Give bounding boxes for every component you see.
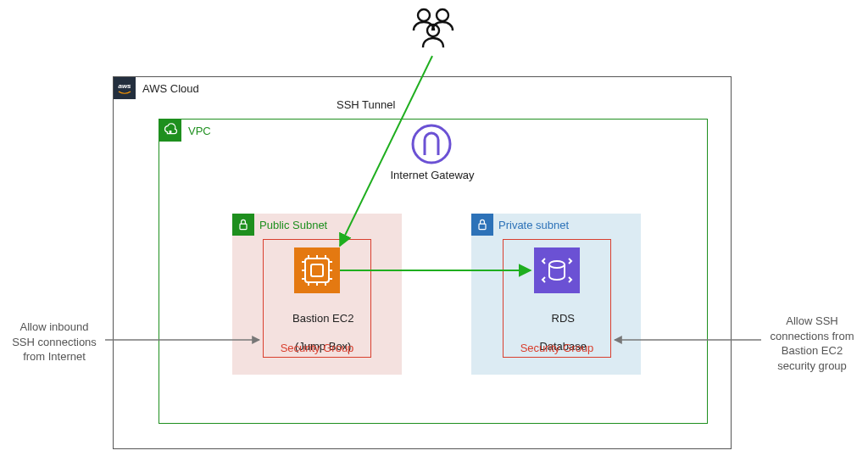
svg-point-5 [413,125,450,163]
private-subnet-icon [471,214,493,236]
svg-text:aws: aws [118,82,131,90]
internet-gateway-icon [410,123,453,165]
svg-rect-4 [170,131,172,134]
svg-point-0 [418,9,430,21]
vpc-label: VPC [188,125,211,137]
bastion-line1: Bastion EC2 [292,312,353,325]
rds-label: RDS Database [503,298,611,367]
public-subnet-icon [232,214,254,236]
svg-point-22 [549,261,565,268]
aws-logo-badge: aws [114,77,136,99]
annotation-right: Allow SSH connections from Bastion EC2 s… [763,314,861,373]
ssh-tunnel-label: SSH Tunnel [337,98,395,111]
private-subnet-label: Private subnet [498,219,569,231]
bastion-ec2-icon [294,247,340,293]
diagram-canvas: aws AWS Cloud SSH Tunnel VPC Internet Ga… [0,0,868,456]
svg-rect-9 [311,264,323,276]
internet-gateway-label: Internet Gateway [387,169,477,181]
svg-point-1 [437,9,448,21]
public-subnet-label: Public Subnet [259,219,327,231]
security-group-label-right: Security Group [503,342,611,354]
vpc-icon [159,120,181,142]
security-group-label-left: Security Group [263,342,371,354]
aws-cloud-label: AWS Cloud [142,82,199,95]
bastion-label: Bastion EC2 (Jump Box) [263,298,371,367]
svg-rect-8 [305,259,329,282]
users-icon [407,5,458,54]
rds-line1: RDS [552,312,575,325]
rds-database-icon [534,247,580,293]
svg-rect-7 [479,224,486,229]
svg-rect-6 [240,224,247,229]
annotation-left: Allow inbound SSH connections from Inter… [5,320,103,364]
